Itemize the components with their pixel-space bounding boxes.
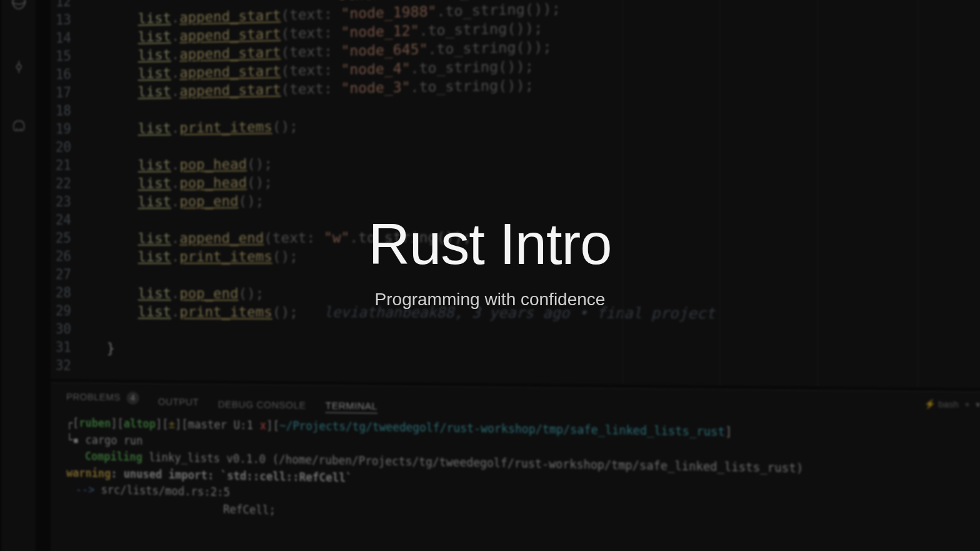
- page-subtitle: Programming with confidence: [369, 289, 612, 309]
- title-container: Rust Intro Programming with confidence: [369, 242, 612, 309]
- page-title: Rust Intro: [369, 211, 612, 276]
